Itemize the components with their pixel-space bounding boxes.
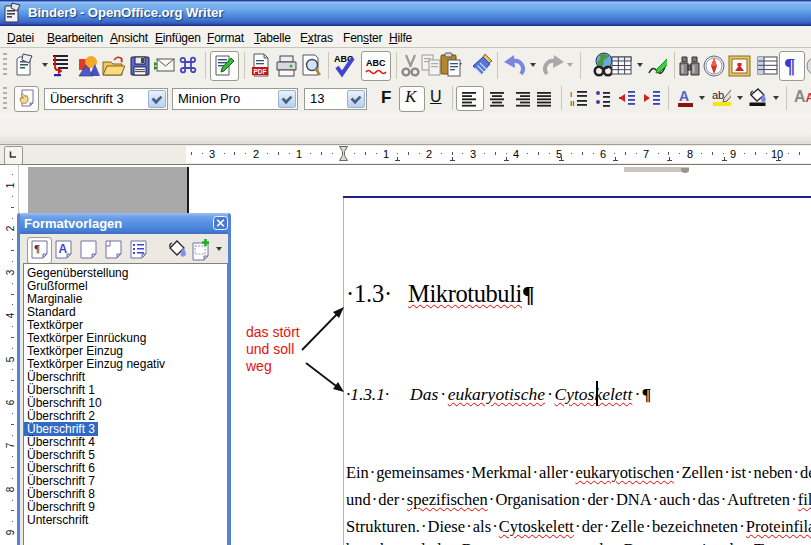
svg-text:A: A	[59, 242, 68, 256]
svg-text:I: I	[570, 90, 572, 99]
svg-text:II: II	[570, 99, 574, 108]
svg-text:A: A	[679, 88, 689, 104]
svg-text:ABC: ABC	[366, 58, 386, 68]
svg-text:ab: ab	[712, 89, 724, 101]
svg-text:¶: ¶	[784, 54, 795, 77]
svg-text:PDF: PDF	[254, 68, 267, 75]
svg-text:¶: ¶	[34, 242, 40, 254]
